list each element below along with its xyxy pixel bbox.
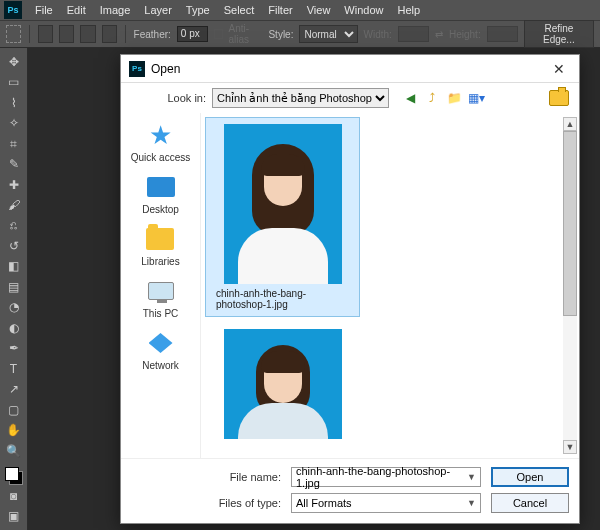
options-bar: Feather: 0 px Anti-alias Style: Normal W… [0, 20, 600, 48]
pen-tool-icon[interactable]: ✒ [3, 339, 25, 358]
selection-add-icon[interactable] [59, 25, 74, 43]
filename-input[interactable]: chinh-anh-the-bang-photoshop-1.jpg ▼ [291, 467, 481, 487]
swap-icon: ⇄ [435, 29, 443, 40]
width-input [398, 26, 429, 42]
color-swatch[interactable] [5, 467, 23, 485]
dialog-titlebar: Ps Open ✕ [121, 55, 579, 83]
dodge-tool-icon[interactable]: ◐ [3, 318, 25, 337]
shape-tool-icon[interactable]: ▢ [3, 400, 25, 419]
lasso-tool-icon[interactable]: ⌇ [3, 93, 25, 112]
height-label: Height: [449, 29, 481, 40]
wand-tool-icon[interactable]: ✧ [3, 113, 25, 132]
scrollbar[interactable]: ▲ ▼ [563, 117, 577, 454]
blur-tool-icon[interactable]: ◔ [3, 298, 25, 317]
screenmode-icon[interactable]: ▣ [3, 506, 25, 525]
menu-edit[interactable]: Edit [60, 4, 93, 16]
feather-input[interactable]: 0 px [177, 26, 208, 42]
selection-intersect-icon[interactable] [102, 25, 117, 43]
menu-filter[interactable]: Filter [261, 4, 299, 16]
lookin-select[interactable]: Chỉnh ảnh thẻ bằng Photoshop [212, 88, 389, 108]
desktop-icon [147, 177, 175, 197]
heal-tool-icon[interactable]: ✚ [3, 175, 25, 194]
place-this-pc[interactable]: This PC [143, 277, 179, 319]
camera-icon[interactable] [549, 90, 569, 106]
antialias-checkbox [214, 29, 223, 39]
place-libraries[interactable]: Libraries [141, 225, 179, 267]
gradient-tool-icon[interactable]: ▤ [3, 277, 25, 296]
menu-window[interactable]: Window [337, 4, 390, 16]
back-icon[interactable]: ◀ [401, 89, 419, 107]
type-tool-icon[interactable]: T [3, 359, 25, 378]
open-button[interactable]: Open [491, 467, 569, 487]
scroll-down-icon[interactable]: ▼ [563, 440, 577, 454]
scroll-up-icon[interactable]: ▲ [563, 117, 577, 131]
cancel-button[interactable]: Cancel [491, 493, 569, 513]
open-dialog: Ps Open ✕ Look in: Chỉnh ảnh thẻ bằng Ph… [120, 54, 580, 524]
eyedropper-tool-icon[interactable]: ✎ [3, 154, 25, 173]
dialog-title: Open [151, 62, 180, 76]
path-tool-icon[interactable]: ↗ [3, 380, 25, 399]
history-brush-tool-icon[interactable]: ↺ [3, 236, 25, 255]
file-list[interactable]: chinh-anh-the-bang-photoshop-1.jpg ▲ ▼ [201, 113, 579, 458]
folder-icon [146, 228, 174, 250]
file-caption: chinh-anh-the-bang-photoshop-1.jpg [216, 288, 349, 310]
pc-icon [148, 282, 174, 300]
height-input [487, 26, 518, 42]
crop-tool-icon[interactable]: ⌗ [3, 134, 25, 153]
marquee-tool-icon[interactable] [6, 25, 21, 43]
width-label: Width: [364, 29, 392, 40]
place-quick-access[interactable]: ★ Quick access [131, 121, 190, 163]
menu-view[interactable]: View [300, 4, 338, 16]
menu-type[interactable]: Type [179, 4, 217, 16]
selection-subtract-icon[interactable] [80, 25, 95, 43]
filesof-select[interactable]: All Formats ▼ [291, 493, 481, 513]
file-thumbnail[interactable] [205, 323, 360, 449]
menu-layer[interactable]: Layer [137, 4, 179, 16]
antialias-label: Anti-alias [229, 23, 263, 45]
tools-panel: ✥ ▭ ⌇ ✧ ⌗ ✎ ✚ 🖌 ⎌ ↺ ◧ ▤ ◔ ◐ ✒ T ↗ ▢ ✋ 🔍 … [0, 48, 28, 530]
menu-file[interactable]: File [28, 4, 60, 16]
network-icon [149, 333, 173, 353]
filesof-label: Files of type: [211, 497, 281, 509]
dialog-bottom: File name: chinh-anh-the-bang-photoshop-… [121, 458, 579, 523]
quickmask-icon[interactable]: ◙ [3, 486, 25, 505]
move-tool-icon[interactable]: ✥ [3, 52, 25, 71]
style-label: Style: [268, 29, 293, 40]
dialog-toolbar: Look in: Chỉnh ảnh thẻ bằng Photoshop ◀ … [121, 83, 579, 113]
filename-label: File name: [211, 471, 281, 483]
scroll-thumb[interactable] [563, 131, 577, 316]
up-icon[interactable]: ⤴ [423, 89, 441, 107]
photoshop-logo: Ps [4, 1, 22, 19]
chevron-down-icon: ▼ [467, 498, 476, 508]
thumbnail-image [224, 124, 342, 284]
zoom-tool-icon[interactable]: 🔍 [3, 441, 25, 460]
stamp-tool-icon[interactable]: ⎌ [3, 216, 25, 235]
file-thumbnail-selected[interactable]: chinh-anh-the-bang-photoshop-1.jpg [205, 117, 360, 317]
selection-new-icon[interactable] [38, 25, 53, 43]
style-select[interactable]: Normal [299, 25, 357, 43]
place-network[interactable]: Network [142, 329, 179, 371]
places-bar: ★ Quick access Desktop Libraries This PC… [121, 113, 201, 458]
photoshop-icon: Ps [129, 61, 145, 77]
menu-help[interactable]: Help [390, 4, 427, 16]
thumbnail-image [224, 329, 342, 439]
marquee-tool-icon[interactable]: ▭ [3, 72, 25, 91]
close-button[interactable]: ✕ [547, 61, 571, 77]
new-folder-icon[interactable]: 📁 [445, 89, 463, 107]
lookin-label: Look in: [131, 92, 206, 104]
feather-label: Feather: [134, 29, 171, 40]
view-menu-icon[interactable]: ▦▾ [467, 89, 485, 107]
menu-bar: Ps File Edit Image Layer Type Select Fil… [0, 0, 600, 20]
menu-image[interactable]: Image [93, 4, 138, 16]
brush-tool-icon[interactable]: 🖌 [3, 195, 25, 214]
menu-select[interactable]: Select [217, 4, 262, 16]
refine-edge-button[interactable]: Refine Edge... [524, 20, 594, 48]
chevron-down-icon: ▼ [467, 472, 476, 482]
hand-tool-icon[interactable]: ✋ [3, 420, 25, 439]
eraser-tool-icon[interactable]: ◧ [3, 257, 25, 276]
star-icon: ★ [145, 121, 177, 149]
place-desktop[interactable]: Desktop [142, 173, 179, 215]
